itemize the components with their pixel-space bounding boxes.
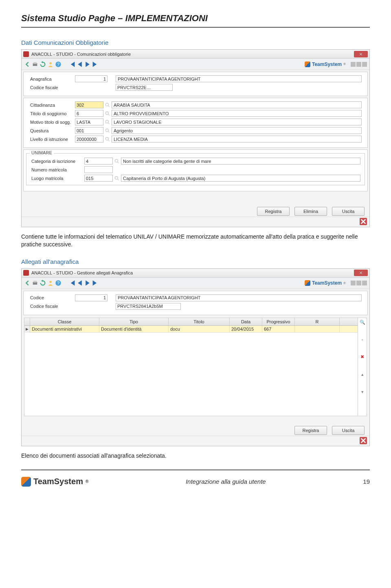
- grid-side-icons: 🔍 ▫ ✖ ▴ ▾: [358, 318, 367, 416]
- lookup-icon[interactable]: [105, 110, 110, 117]
- tb-refresh-icon[interactable]: [40, 61, 46, 68]
- tb-back-icon[interactable]: [24, 61, 31, 68]
- registra-button[interactable]: Registra: [257, 207, 290, 216]
- side-new-icon[interactable]: ▫: [362, 337, 363, 342]
- input-codice[interactable]: 1: [75, 294, 108, 301]
- lookup-icon[interactable]: [114, 175, 120, 182]
- svg-rect-0: [23, 51, 29, 57]
- col-header-tipo[interactable]: Tipo: [99, 318, 169, 325]
- input-anagrafica[interactable]: 1: [75, 75, 108, 82]
- unimare-fieldset: UNIMARE Categoria di iscrizione4Non iscr…: [26, 153, 365, 185]
- side-search-icon[interactable]: 🔍: [360, 320, 365, 325]
- field-desc: Agrigento: [112, 127, 362, 134]
- toolbar2: ? TeamSystem®: [22, 278, 369, 289]
- fields-pane1: Cittadinanza302ARABIA SAUDITATitolo di s…: [23, 98, 368, 148]
- lookup-icon[interactable]: [105, 136, 110, 143]
- svg-line-15: [108, 140, 110, 141]
- nav-prev-icon[interactable]: [77, 61, 83, 68]
- lookup-icon[interactable]: [105, 119, 110, 125]
- tb-help-icon2[interactable]: ?: [55, 280, 62, 286]
- unimare-code-input[interactable]: 015: [84, 175, 113, 182]
- field-code-input[interactable]: 302: [75, 101, 103, 108]
- header-form1: Anagrafica 1 PROVAANTANTICIPATA AGENTORI…: [23, 72, 368, 96]
- svg-line-9: [108, 114, 110, 116]
- side-down-icon[interactable]: ▾: [361, 389, 364, 395]
- close-button[interactable]: [354, 51, 368, 57]
- cell-tipo[interactable]: Documenti d'identità: [99, 326, 169, 332]
- nav-first-icon[interactable]: [69, 61, 75, 68]
- tb-print-icon2[interactable]: [32, 280, 38, 286]
- footer-logo-icon: [21, 477, 31, 487]
- col-header-data[interactable]: Data: [230, 318, 262, 325]
- col-header-titolo[interactable]: Titolo: [169, 318, 230, 325]
- field-row-4: Livello di istruzione20000000LICENZA MED…: [26, 135, 365, 143]
- tb-help-icon[interactable]: ?: [55, 61, 62, 68]
- field-desc: LICENZA MEDIA: [112, 136, 362, 143]
- close-button2[interactable]: [354, 270, 368, 276]
- tb-user-icon2[interactable]: [47, 280, 54, 286]
- field-row-2: Motivo titolo di sogg.LASTALAVORO STAGIO…: [26, 118, 365, 126]
- nav-buttons: [69, 61, 99, 68]
- lookup-icon[interactable]: [105, 102, 110, 108]
- side-up-icon[interactable]: ▴: [361, 372, 364, 377]
- row-marker: ▶: [24, 326, 30, 333]
- stop-button2[interactable]: [360, 437, 367, 444]
- unimare-label: Luogo matricola: [27, 176, 84, 181]
- field-code-input[interactable]: LASTA: [75, 118, 103, 125]
- doc-title: Sistema Studio Paghe – IMPLEMENTAZIONI: [21, 13, 370, 24]
- unimare-label: Categoria di iscrizione: [27, 159, 84, 164]
- col-header-progressivo[interactable]: Progressivo: [262, 318, 295, 325]
- unimare-row-2: Luogo matricola015Capitaneria di Porto d…: [27, 174, 364, 182]
- input-codfisc2: PRVCTRS2841A2b5M: [116, 303, 181, 310]
- field-label: Cittadinanza: [26, 103, 75, 108]
- unimare-code-input[interactable]: 4: [84, 158, 113, 165]
- uscita-button[interactable]: Uscita: [332, 207, 365, 216]
- nav-next-icon2[interactable]: [84, 280, 91, 286]
- tb-refresh-icon2[interactable]: [40, 280, 46, 286]
- window-allegati: ANACOLL - STUDIO - Gestione allegati Ana…: [21, 268, 370, 446]
- field-label: Motivo titolo di sogg.: [26, 120, 75, 125]
- field-label: Titolo di soggiorno: [26, 111, 75, 116]
- cell-data[interactable]: 20/04/2015: [230, 326, 262, 332]
- footer-logo: TeamSystem®: [21, 477, 88, 487]
- cell-progressivo[interactable]: 667: [262, 326, 295, 332]
- field-code-input[interactable]: 001: [75, 127, 103, 134]
- cell-classe[interactable]: Documenti amministrativi: [30, 326, 99, 332]
- titlebar2: ANACOLL - STUDIO - Gestione allegati Ana…: [22, 269, 369, 278]
- svg-line-13: [108, 131, 110, 133]
- field-code-input[interactable]: 20000000: [75, 136, 103, 143]
- elimina-button[interactable]: Elimina: [294, 207, 327, 216]
- tb-back-icon2[interactable]: [24, 280, 31, 286]
- nav-next-icon[interactable]: [84, 61, 91, 68]
- tb-user-icon[interactable]: [47, 61, 54, 68]
- tb-print-icon[interactable]: [32, 61, 38, 68]
- side-delete-icon[interactable]: ✖: [360, 354, 364, 360]
- window-title2: ANACOLL - STUDIO - Gestione allegati Ana…: [31, 270, 133, 275]
- teamsystem-logo: TeamSystem®: [305, 61, 346, 67]
- nav-last-icon[interactable]: [92, 61, 99, 68]
- svg-line-19: [117, 179, 119, 180]
- col-header-classe[interactable]: Classe: [30, 318, 99, 325]
- footer-center-text: Integrazione alla guida utente: [88, 478, 363, 485]
- cell-titolo[interactable]: docu: [169, 326, 230, 332]
- attachments-grid: ClasseTipoTitoloDataProgressivoR ▶ Docum…: [24, 318, 367, 416]
- field-code-input[interactable]: 6: [75, 110, 103, 117]
- col-header-r[interactable]: R: [295, 318, 340, 325]
- teamsystem-logo2: TeamSystem®: [305, 280, 346, 286]
- svg-line-17: [117, 162, 119, 163]
- unimare-row-1: Numero matricola: [27, 165, 364, 174]
- svg-rect-2: [33, 62, 37, 64]
- nav-last-icon2[interactable]: [92, 280, 99, 286]
- unimare-code-input[interactable]: [84, 166, 113, 173]
- lookup-icon[interactable]: [114, 158, 120, 165]
- nav-prev-icon2[interactable]: [77, 280, 83, 286]
- button-row1: Registra Elimina Uscita: [22, 205, 369, 217]
- toolbar-shapes: [351, 62, 367, 67]
- uscita-button2[interactable]: Uscita: [332, 426, 365, 435]
- cell-r[interactable]: [295, 326, 340, 332]
- lookup-icon[interactable]: [105, 127, 110, 134]
- nav-first-icon2[interactable]: [69, 280, 75, 286]
- svg-text:?: ?: [57, 62, 59, 67]
- registra-button2[interactable]: Registra: [294, 426, 327, 435]
- stop-button[interactable]: [360, 218, 367, 225]
